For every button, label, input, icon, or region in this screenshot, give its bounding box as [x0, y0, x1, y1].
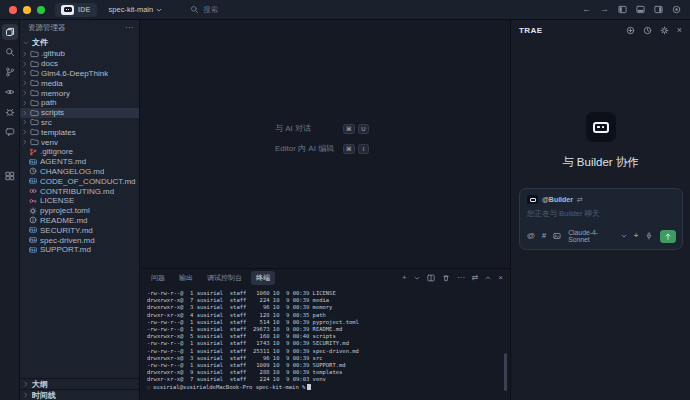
window-controls — [0, 6, 53, 14]
more-actions-icon[interactable]: ⋯ — [457, 274, 465, 282]
file-name: CHANGELOG.md — [40, 167, 104, 176]
folder-name: path — [41, 98, 57, 107]
tree-file-row[interactable]: pyproject.toml — [20, 206, 139, 216]
file-name: pyproject.toml — [40, 206, 90, 215]
navigate-back-button[interactable]: ← — [582, 5, 591, 14]
terminal-scrollbar[interactable] — [504, 353, 507, 391]
timeline-section-header[interactable]: 时间线 — [20, 389, 139, 400]
trash-icon[interactable] — [442, 274, 450, 282]
switch-agent-icon[interactable]: ⇄ — [577, 196, 583, 204]
tab-problems[interactable]: 问题 — [146, 271, 170, 285]
builder-hero: 与 Builder 协作 — [511, 112, 690, 170]
maximize-panel-chevron-icon[interactable] — [485, 275, 491, 281]
sidebar-item-chat[interactable] — [2, 124, 18, 140]
tree-file-row[interactable]: AGENTS.md — [20, 157, 139, 167]
split-terminal-icon[interactable] — [427, 274, 435, 282]
tree-file-row[interactable]: README.md — [20, 216, 139, 226]
chevron-right-icon — [22, 90, 28, 96]
agent-row: @Builder ⇄ — [527, 195, 675, 204]
terminal-output: -rw-rw-r--@ 1 susirial staff 1060 10 9 0… — [147, 290, 502, 384]
terminal[interactable]: -rw-rw-r--@ 1 susirial staff 1060 10 9 0… — [147, 290, 502, 391]
tree-file-row[interactable]: SUPPORT.md — [20, 245, 139, 255]
hint-label: 与 AI 对话 — [275, 123, 311, 134]
tree-folder-row[interactable]: venv — [20, 137, 139, 147]
terminal-prompt: susirial@susirialdeMacBook-Pro spec-kit-… — [153, 384, 305, 391]
toggle-right-panel-button[interactable] — [654, 5, 663, 14]
navigate-forward-button[interactable]: → — [600, 5, 609, 14]
tree-file-row[interactable]: CODE_OF_CONDUCT.md — [20, 176, 139, 186]
tree-folder-row[interactable]: Glm4.6-DeepThink — [20, 69, 139, 79]
chat-input-placeholder[interactable]: 您正在与 Builder 聊天 — [527, 209, 675, 219]
tree-folder-row[interactable]: docs — [20, 59, 139, 69]
chevron-right-icon — [22, 129, 28, 135]
add-model-icon[interactable]: + — [634, 232, 639, 240]
editor-area[interactable]: 与 AI 对话 ⌘ U Editor 内 AI 编辑 ⌘ I — [141, 20, 510, 268]
file-name: AGENTS.md — [40, 157, 86, 166]
folder-icon — [30, 69, 39, 77]
chevron-right-icon — [22, 100, 28, 106]
terminal-profile-chevron-icon[interactable] — [414, 275, 420, 281]
tree-folder-row[interactable]: path — [20, 98, 139, 108]
history-icon[interactable] — [643, 26, 652, 35]
explorer-header: 资源管理器 ⋯ — [20, 20, 139, 36]
sidebar-item-explorer[interactable] — [2, 24, 18, 40]
sidebar-item-debug[interactable] — [2, 104, 18, 120]
sidebar-item-extensions[interactable] — [2, 168, 18, 184]
explorer-more-actions-button[interactable]: ⋯ — [125, 24, 133, 32]
new-terminal-button[interactable]: + — [402, 274, 407, 282]
agent-mention[interactable]: @Builder — [542, 196, 573, 203]
image-attach-icon[interactable] — [553, 232, 561, 240]
close-panel-icon[interactable]: × — [677, 26, 682, 35]
chat-input-card[interactable]: @Builder ⇄ 您正在与 Builder 聊天 @ # Claude-4-… — [519, 188, 683, 250]
tree-folder-row[interactable]: scripts — [20, 108, 139, 118]
chevron-down-icon — [23, 40, 29, 46]
sidebar-item-search[interactable] — [2, 44, 18, 60]
zoom-window-button[interactable] — [37, 6, 45, 14]
account-icon[interactable] — [672, 5, 681, 14]
eye-icon — [5, 87, 15, 97]
settings-gear-icon[interactable] — [660, 26, 669, 35]
tree-file-row[interactable]: LICENSE — [20, 196, 139, 206]
tree-file-row[interactable]: CONTRIBUTING.md — [20, 186, 139, 196]
arrow-up-icon — [664, 232, 672, 241]
tree-file-row[interactable]: spec-driven.md — [20, 235, 139, 245]
new-chat-icon[interactable] — [626, 26, 635, 35]
send-button[interactable] — [660, 230, 676, 243]
swap-panel-icon[interactable]: ⇄ — [472, 274, 479, 282]
tree-file-row[interactable]: SECURITY.md — [20, 225, 139, 235]
mention-at-icon[interactable]: @ — [527, 232, 535, 240]
file-type-icon — [29, 226, 37, 234]
tree-file-row[interactable]: CHANGELOG.md — [20, 167, 139, 177]
toggle-bottom-panel-button[interactable] — [636, 5, 645, 14]
files-section-header[interactable]: 文件 — [20, 36, 139, 49]
chevron-right-icon — [22, 110, 28, 116]
tab-terminal[interactable]: 终端 — [251, 271, 275, 285]
outline-section-header[interactable]: 大纲 — [20, 378, 139, 389]
model-selector[interactable]: Claude-4-Sonnet — [568, 229, 627, 243]
folder-icon — [30, 109, 39, 117]
tree-folder-row[interactable]: .github — [20, 49, 139, 59]
microphone-icon[interactable] — [645, 232, 653, 240]
close-window-button[interactable] — [9, 6, 17, 14]
project-switcher[interactable]: spec-kit-main — [109, 5, 163, 14]
tree-folder-row[interactable]: media — [20, 78, 139, 88]
folder-name: media — [41, 79, 63, 88]
toggle-left-panel-button[interactable] — [618, 5, 627, 14]
chevron-right-icon — [22, 119, 28, 125]
close-panel-icon[interactable]: × — [498, 274, 503, 282]
tree-folder-row[interactable]: memory — [20, 88, 139, 98]
tab-output[interactable]: 输出 — [174, 271, 198, 285]
minimize-window-button[interactable] — [23, 6, 31, 14]
app-menu-button[interactable]: IDE — [55, 3, 97, 17]
sidebar-item-watch[interactable] — [2, 84, 18, 100]
context-hash-icon[interactable]: # — [542, 232, 546, 240]
activity-bar — [0, 20, 20, 400]
global-search[interactable]: 搜索 — [190, 5, 218, 15]
project-name: spec-kit-main — [109, 5, 154, 14]
tree-folder-row[interactable]: templates — [20, 127, 139, 137]
tab-debug-console[interactable]: 调试控制台 — [202, 271, 247, 285]
sidebar-item-source-control[interactable] — [2, 64, 18, 80]
tree-folder-row[interactable]: src — [20, 118, 139, 128]
folder-name: Glm4.6-DeepThink — [41, 69, 108, 78]
tree-file-row[interactable]: .gitignore — [20, 147, 139, 157]
